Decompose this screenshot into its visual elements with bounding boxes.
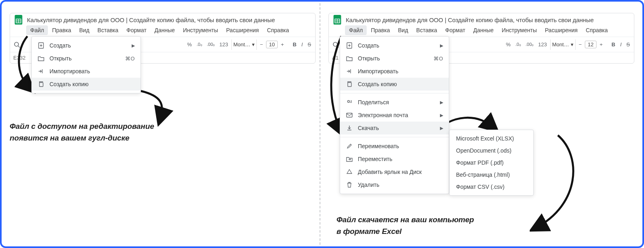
font-size-input[interactable]: 10 bbox=[266, 41, 277, 48]
strikethrough-button[interactable]: S bbox=[625, 41, 632, 48]
email-icon bbox=[346, 112, 353, 119]
menu-item-open[interactable]: Открыть ⌘O bbox=[32, 52, 140, 65]
menu-extensions[interactable]: Расширения bbox=[541, 25, 582, 35]
decrease-decimal[interactable]: .0₀ bbox=[514, 42, 522, 47]
submenu-arrow-icon: ▶ bbox=[440, 126, 443, 131]
menu-item-rename[interactable]: Переименовать bbox=[340, 140, 449, 153]
increase-decimal[interactable]: .00₀ bbox=[205, 42, 216, 47]
menu-item-label: Создать копию bbox=[50, 81, 135, 87]
menu-item-create[interactable]: Создать ▶ bbox=[340, 39, 449, 52]
menu-format[interactable]: Формат bbox=[122, 25, 151, 35]
download-ods[interactable]: OpenDocument (.ods) bbox=[450, 145, 533, 157]
menu-view[interactable]: Вид bbox=[394, 25, 412, 35]
menu-item-add-shortcut[interactable]: Добавить ярлык на Диск bbox=[340, 165, 449, 178]
increase-font-size[interactable]: + bbox=[279, 41, 286, 48]
download-xlsx[interactable]: Microsoft Excel (XLSX) bbox=[450, 132, 533, 145]
font-selector[interactable]: Mont… ▾ bbox=[550, 39, 576, 50]
titlebar: Калькулятор дивидендов для ООО | Создайт… bbox=[329, 13, 634, 25]
submenu-arrow-icon: ▶ bbox=[440, 43, 443, 48]
menu-edit[interactable]: Правка bbox=[367, 25, 394, 35]
menu-item-label: Переместить bbox=[358, 156, 443, 162]
menu-item-label: Добавить ярлык на Диск bbox=[358, 169, 443, 175]
folder-icon bbox=[346, 55, 353, 62]
chevron-down-icon: ▾ bbox=[252, 41, 255, 48]
percent-format[interactable]: % bbox=[186, 41, 194, 48]
menu-insert[interactable]: Вставка bbox=[93, 25, 122, 35]
menu-item-label: Создать копию bbox=[358, 81, 443, 87]
menu-tools[interactable]: Инструменты bbox=[179, 25, 222, 35]
menu-item-delete[interactable]: Удалить bbox=[340, 178, 449, 191]
decrease-decimal[interactable]: .0₀ bbox=[195, 42, 204, 47]
menu-item-move[interactable]: Переместить bbox=[340, 153, 449, 165]
menu-help[interactable]: Справка bbox=[263, 25, 293, 35]
menu-item-create[interactable]: Создать ▶ bbox=[32, 39, 140, 52]
font-size-input[interactable]: 12 bbox=[585, 41, 596, 48]
menu-item-label: Открыть bbox=[50, 55, 120, 62]
increase-font-size[interactable]: + bbox=[598, 41, 605, 48]
menu-item-import[interactable]: Импортировать bbox=[32, 65, 140, 78]
download-csv[interactable]: Формат CSV (.csv) bbox=[450, 181, 533, 193]
download-html[interactable]: Веб-страница (.html) bbox=[450, 169, 533, 181]
svg-point-20 bbox=[348, 101, 350, 103]
menu-tools[interactable]: Инструменты bbox=[497, 25, 541, 35]
chevron-down-icon: ▾ bbox=[571, 41, 574, 48]
menu-item-label: Переименовать bbox=[358, 143, 443, 149]
document-title: Калькулятор дивидендов для ООО | Создайт… bbox=[27, 17, 275, 23]
menu-item-email[interactable]: Электронная почта ▶ bbox=[340, 109, 449, 122]
submenu-arrow-icon: ▶ bbox=[440, 113, 443, 118]
menu-insert[interactable]: Вставка bbox=[412, 25, 441, 35]
increase-decimal[interactable]: .00₀ bbox=[524, 42, 535, 47]
document-title: Калькулятор дивидендов для ООО | Создайт… bbox=[346, 17, 594, 23]
menu-data[interactable]: Данные bbox=[469, 25, 498, 35]
google-sheets-icon bbox=[332, 14, 343, 25]
menubar: Файл Правка Вид Вставка Формат Данные Ин… bbox=[329, 25, 634, 37]
svg-rect-23 bbox=[347, 113, 352, 117]
menu-item-make-copy[interactable]: Создать копию bbox=[340, 78, 449, 91]
download-pdf[interactable]: Формат PDF (.pdf) bbox=[450, 157, 533, 169]
menu-item-label: Поделиться bbox=[358, 99, 435, 105]
strikethrough-button[interactable]: S bbox=[306, 41, 313, 48]
drive-shortcut-icon bbox=[346, 168, 353, 176]
font-name: Mont… bbox=[233, 41, 250, 48]
import-icon bbox=[346, 68, 353, 75]
import-icon bbox=[37, 68, 45, 75]
menu-item-label: Электронная почта bbox=[358, 112, 435, 118]
decrease-font-size[interactable]: − bbox=[577, 41, 584, 48]
vertical-divider bbox=[320, 3, 320, 245]
menu-separator bbox=[340, 93, 449, 93]
menu-item-label: Импортировать bbox=[358, 68, 443, 74]
more-formats[interactable]: 123 bbox=[218, 41, 230, 48]
new-file-icon bbox=[37, 42, 45, 49]
file-menu: Создать ▶ Открыть ⌘O Импортировать Созда… bbox=[31, 36, 141, 93]
copy-icon bbox=[346, 81, 353, 88]
menu-item-share[interactable]: Поделиться ▶ bbox=[340, 96, 449, 109]
share-icon bbox=[346, 99, 353, 106]
bold-button[interactable]: B bbox=[291, 41, 298, 48]
menu-separator bbox=[340, 137, 449, 137]
italic-button[interactable]: I bbox=[300, 41, 305, 48]
menu-extensions[interactable]: Расширения bbox=[222, 25, 263, 35]
menu-help[interactable]: Справка bbox=[582, 25, 612, 35]
menu-format[interactable]: Формат bbox=[441, 25, 469, 35]
menu-data[interactable]: Данные bbox=[151, 25, 179, 35]
titlebar: Калькулятор дивидендов для ООО | Создайт… bbox=[10, 13, 315, 25]
menu-item-label: Скачать bbox=[358, 125, 435, 131]
menu-view[interactable]: Вид bbox=[75, 25, 93, 35]
menu-edit[interactable]: Правка bbox=[48, 25, 75, 35]
menu-item-download[interactable]: Скачать ▶ bbox=[340, 122, 449, 134]
font-selector[interactable]: Mont… ▾ bbox=[231, 39, 257, 50]
download-icon bbox=[346, 124, 353, 132]
menu-item-import[interactable]: Импортировать bbox=[340, 65, 449, 78]
more-formats[interactable]: 123 bbox=[537, 41, 549, 48]
menu-item-open[interactable]: Открыть ⌘O bbox=[340, 52, 449, 65]
bold-button[interactable]: B bbox=[610, 41, 617, 48]
annotation-caption: Файл с доступом на редактирование появит… bbox=[10, 121, 154, 144]
decrease-font-size[interactable]: − bbox=[258, 41, 265, 48]
pencil-icon bbox=[346, 143, 353, 150]
menu-item-label: Создать bbox=[358, 42, 435, 49]
download-submenu: Microsoft Excel (XLSX) OpenDocument (.od… bbox=[449, 130, 534, 196]
keyboard-shortcut: ⌘O bbox=[433, 56, 443, 62]
percent-format[interactable]: % bbox=[504, 41, 512, 48]
menu-item-make-copy[interactable]: Создать копию bbox=[32, 78, 140, 91]
italic-button[interactable]: I bbox=[619, 41, 623, 48]
